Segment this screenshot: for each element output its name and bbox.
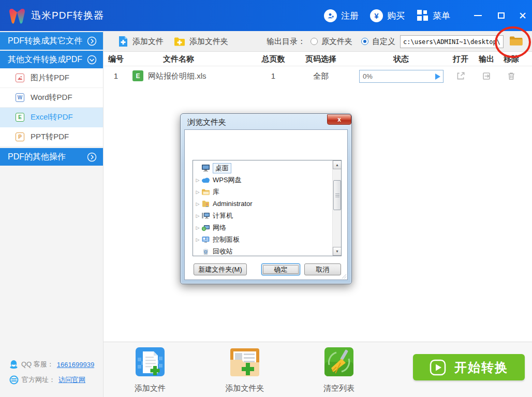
- site-label: 官方网址：: [22, 375, 55, 385]
- tree-item-wps-cloud[interactable]: ▷ WPS网盘: [194, 174, 331, 186]
- sidebar-item-excel-to-pdf[interactable]: E Excel转PDF: [0, 108, 103, 127]
- col-output: 输出: [479, 54, 494, 64]
- sidebar-section-other-to-pdf[interactable]: 其他文件转换成PDF: [0, 51, 103, 68]
- section-label: PDF转换成其它文件: [8, 36, 87, 47]
- new-folder-button[interactable]: 新建文件夹(M): [194, 263, 247, 275]
- col-range: 页码选择: [305, 54, 336, 64]
- expander-icon[interactable]: ▷: [194, 213, 201, 218]
- tree-item-network[interactable]: ▷ 网络: [194, 222, 331, 233]
- start-convert-label: 开始转换: [454, 359, 508, 376]
- yen-icon: ¥: [370, 9, 383, 22]
- tree-item-desktop[interactable]: 桌面: [194, 162, 331, 174]
- menu-grid-icon: [417, 10, 428, 21]
- sidebar-item-word-to-pdf[interactable]: W Word转PDF: [0, 88, 103, 108]
- expander-icon[interactable]: ▷: [194, 237, 201, 242]
- footer-add-file-button[interactable]: 添加文件: [122, 347, 179, 393]
- radio-icon: [311, 38, 318, 45]
- col-remove: 移除: [504, 54, 519, 64]
- sidebar-item-label: Excel转PDF: [31, 112, 73, 122]
- scroll-up-button[interactable]: ▲: [333, 160, 342, 169]
- expander-icon[interactable]: ▷: [194, 225, 201, 230]
- resize-grip[interactable]: [341, 273, 346, 278]
- sidebar-section-pdf-other-ops[interactable]: PDF的其他操作: [0, 148, 103, 166]
- user-folder-icon: [201, 200, 210, 208]
- remove-trash-icon[interactable]: [507, 71, 516, 81]
- minimize-icon: [474, 15, 482, 16]
- register-button[interactable]: 注册: [324, 7, 359, 24]
- scrollbar-thumb[interactable]: [333, 180, 341, 210]
- ok-button[interactable]: 确定: [261, 263, 300, 275]
- open-output-icon[interactable]: [482, 71, 491, 81]
- table-row[interactable]: 1 E 网站报价明细.xls 1 全部 0%: [104, 66, 532, 87]
- scroll-down-button[interactable]: ▼: [333, 247, 342, 256]
- add-folder-button[interactable]: 添加文件夹: [174, 31, 228, 52]
- register-icon: [324, 9, 337, 22]
- tree-item-control-panel[interactable]: ▷ 控制面板: [194, 233, 331, 245]
- col-no: 编号: [108, 54, 124, 64]
- output-path-input[interactable]: [400, 35, 504, 48]
- close-button[interactable]: ✕: [513, 0, 532, 31]
- page-count: 1: [271, 71, 275, 80]
- cancel-button[interactable]: 取消: [304, 263, 341, 275]
- excel-icon: E: [16, 113, 24, 122]
- radio-icon-selected: [361, 38, 368, 45]
- sidebar-item-image-to-pdf[interactable]: 图片转PDF: [0, 68, 103, 88]
- dialog-title: 浏览文件夹: [187, 117, 226, 127]
- sidebar: PDF转换成其它文件 其他文件转换成PDF 图片转PDF W Word转PDF: [0, 31, 104, 397]
- footer-add-folder-button[interactable]: 添加文件夹: [216, 347, 273, 393]
- dialog-close-button[interactable]: x: [327, 114, 351, 125]
- expander-icon[interactable]: ▷: [194, 201, 201, 207]
- network-icon: [201, 224, 210, 231]
- page-range: 全部: [313, 71, 329, 81]
- official-site-link[interactable]: 访问官网: [58, 375, 85, 385]
- footer-clear-list-button[interactable]: 清空列表: [311, 347, 367, 393]
- expander-icon[interactable]: ▷: [194, 189, 201, 195]
- add-file-icon: [118, 36, 128, 47]
- recycle-bin-icon: [201, 247, 210, 255]
- col-open: 打开: [453, 54, 468, 64]
- add-folder-big-icon: [228, 347, 261, 377]
- radio-source-folder[interactable]: 原文件夹: [311, 31, 352, 52]
- radio-custom-folder[interactable]: 自定义: [361, 31, 395, 52]
- menu-button[interactable]: 菜单: [417, 7, 450, 24]
- title-bar: 迅米PDF转换器 注册 ¥ 购买 菜单 ✕: [0, 0, 532, 31]
- cloud-icon: [201, 176, 210, 184]
- sidebar-item-label: 图片转PDF: [31, 73, 69, 83]
- progress-value: 0%: [360, 72, 435, 80]
- sidebar-section-pdf-to-other[interactable]: PDF转换成其它文件: [0, 32, 103, 50]
- buy-button[interactable]: ¥ 购买: [370, 7, 405, 24]
- add-file-button[interactable]: 添加文件: [118, 31, 164, 52]
- folder-tree: 桌面 ▷ WPS网盘 ▷ 库: [193, 160, 342, 256]
- tree-scrollbar[interactable]: ▲ ▼: [332, 160, 341, 256]
- add-folder-label: 添加文件夹: [189, 37, 228, 47]
- tree-item-administrator[interactable]: ▷ Administrator: [194, 198, 331, 210]
- browse-folder-icon: [508, 35, 524, 47]
- sidebar-item-ppt-to-pdf[interactable]: P PPT转PDF: [0, 127, 103, 147]
- browse-folder-button[interactable]: [508, 35, 524, 48]
- maximize-button[interactable]: [492, 0, 510, 31]
- start-convert-button[interactable]: 开始转换: [413, 354, 525, 380]
- add-file-big-icon: [134, 347, 166, 377]
- sidebar-items: 图片转PDF W Word转PDF E Excel转PDF P PPT转PDF: [0, 68, 103, 147]
- tree-item-libraries[interactable]: ▷ 库: [194, 186, 331, 198]
- toolbar: 添加文件 添加文件夹 输出目录： 原文件夹 自定义: [104, 31, 532, 52]
- qq-icon: [9, 360, 18, 369]
- open-file-icon[interactable]: [456, 71, 465, 81]
- tree-item-label: 网络: [213, 223, 226, 232]
- col-filename: 文件名称: [163, 54, 194, 64]
- dialog-client-area: 桌面 ▷ WPS网盘 ▷ 库: [184, 129, 348, 280]
- tree-item-computer[interactable]: ▷ 计算机: [194, 210, 331, 222]
- radio-custom-label: 自定义: [372, 37, 395, 47]
- minimize-button[interactable]: [468, 0, 487, 31]
- play-icon[interactable]: [435, 73, 440, 80]
- tree-item-recycle-bin[interactable]: 回收站: [194, 245, 331, 256]
- expander-icon[interactable]: ▷: [194, 178, 201, 183]
- clear-list-big-icon: [323, 347, 355, 377]
- add-folder-icon: [174, 36, 185, 47]
- computer-icon: [201, 212, 210, 219]
- control-panel-icon: [201, 236, 210, 243]
- library-icon: [201, 188, 210, 196]
- tree-item-label: 控制面板: [213, 235, 240, 244]
- qq-number-link[interactable]: 1661699939: [57, 361, 94, 369]
- section-label: 其他文件转换成PDF: [8, 54, 87, 65]
